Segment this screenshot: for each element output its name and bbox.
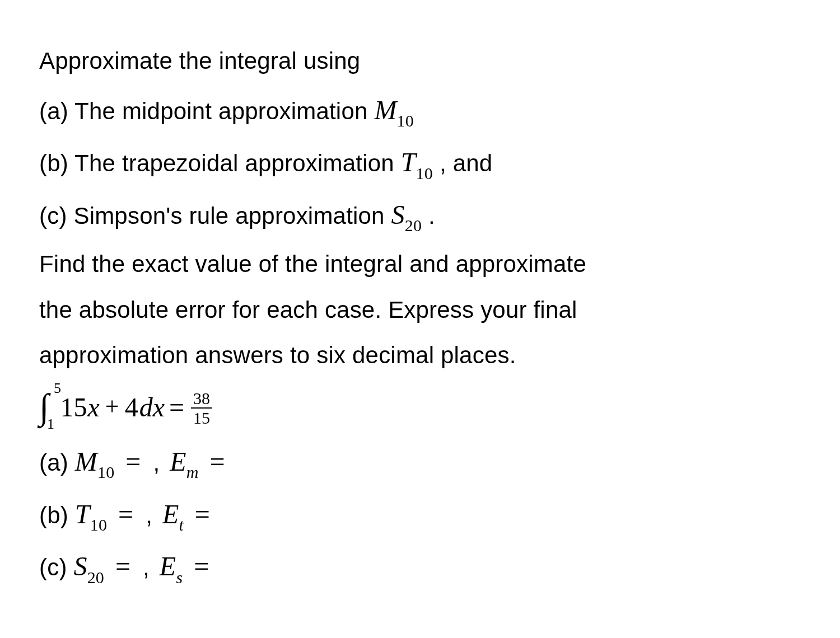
part-c-line: (c) Simpson's rule approximation S20 . — [39, 189, 801, 241]
ans-a-comma: , — [153, 449, 166, 476]
ans-b-comma: , — [146, 502, 159, 528]
instr-line-2: the absolute error for each case. Expres… — [39, 287, 801, 333]
integrand-plus: + — [105, 390, 119, 424]
ans-c-S: S — [73, 551, 87, 581]
part-b-line: (b) The trapezoidal approximation T10 , … — [39, 136, 801, 189]
sym-S20-sub: 20 — [405, 216, 422, 234]
intro-line: Approximate the integral using — [39, 38, 801, 84]
integral-sign-icon: ∫ 5 1 — [39, 382, 49, 432]
integrand-coef: 15 — [60, 388, 87, 426]
integrand-const: 4 — [125, 388, 138, 426]
ans-a-E-sub: m — [186, 463, 199, 481]
part-c-text: (c) Simpson's rule approximation — [39, 203, 391, 229]
integrand-var: x — [88, 388, 100, 426]
sym-T10-sub: 10 — [416, 164, 433, 182]
ans-a-E: E — [170, 447, 186, 476]
ans-b-T-sub: 10 — [90, 515, 107, 534]
ans-a-eq1: = — [125, 447, 141, 476]
problem-page: Approximate the integral using (a) The m… — [0, 0, 840, 626]
frac-num: 38 — [191, 390, 212, 409]
integral-lower: 1 — [47, 414, 54, 434]
answer-a-line: (a) M10 = , Em = — [39, 435, 801, 488]
part-a-line: (a) The midpoint approximation M10 — [39, 84, 801, 137]
integral-result-frac: 38 15 — [191, 390, 212, 427]
ans-c-eq2: = — [194, 551, 209, 581]
integral-upper: 5 — [54, 378, 61, 398]
ans-c-S-sub: 20 — [87, 568, 104, 587]
ans-b-prefix: (b) — [39, 502, 75, 528]
ans-b-eq2: = — [195, 499, 210, 529]
ans-b-E-sub: t — [179, 515, 184, 534]
instr-line-1: Find the exact value of the integral and… — [39, 241, 801, 287]
frac-den: 15 — [191, 409, 212, 427]
ans-b-eq1: = — [118, 499, 133, 529]
instr-line-3: approximation answers to six decimal pla… — [39, 332, 801, 378]
part-a-text: (a) The midpoint approximation — [39, 98, 374, 124]
sym-M10-M: M — [374, 95, 396, 125]
integral-eq: = — [169, 388, 184, 426]
ans-b-T: T — [75, 499, 90, 529]
ans-a-eq2: = — [209, 447, 225, 476]
sym-M10-sub: 10 — [397, 111, 414, 130]
answer-c-line: (c) S20 = , Es = — [39, 540, 801, 593]
sym-S20-S: S — [391, 200, 405, 229]
ans-c-E: E — [160, 551, 176, 581]
part-c-tail: . — [428, 203, 435, 229]
ans-b-E: E — [162, 499, 179, 529]
ans-a-prefix: (a) — [39, 449, 75, 476]
ans-c-E-sub: s — [176, 568, 183, 587]
ans-c-prefix: (c) — [39, 554, 73, 580]
ans-c-comma: , — [143, 554, 156, 580]
sym-T10-T: T — [401, 147, 416, 177]
part-b-text: (b) The trapezoidal approximation — [39, 150, 401, 176]
part-b-tail: , and — [440, 150, 492, 176]
ans-a-M-sub: 10 — [97, 463, 114, 481]
integral-line: ∫ 5 1 15x + 4dx = 38 15 — [39, 382, 801, 432]
integrand-dx: dx — [139, 388, 165, 426]
answer-b-line: (b) T10 = , Et = — [39, 488, 801, 541]
ans-a-M: M — [75, 447, 97, 476]
ans-c-eq1: = — [115, 551, 130, 581]
